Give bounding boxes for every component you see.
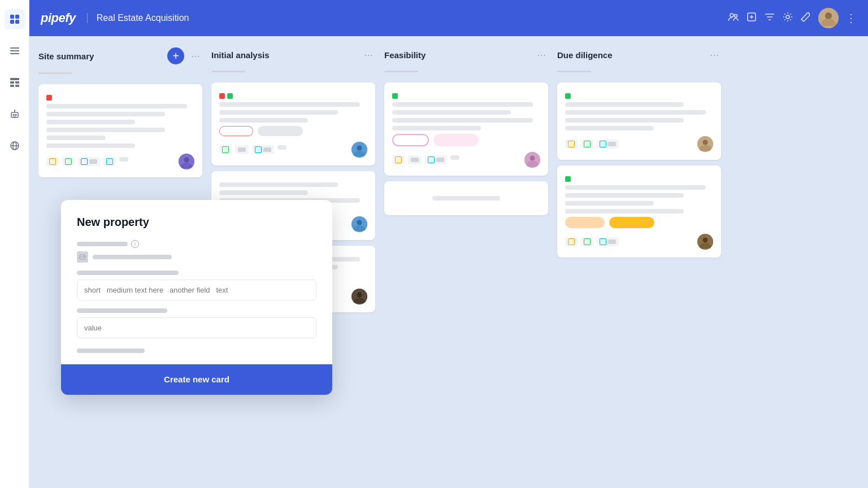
pill-yellow [609,217,654,228]
svg-point-42 [84,256,85,257]
card-pills-row [219,126,367,136]
header-left: pipefy Real Estate Acquisition [41,11,189,25]
card-skel [565,193,684,198]
card-pills-row [392,134,540,146]
badge-icon-3 [600,141,606,147]
column-header-due-diligence: Due diligence ⋯ [557,47,721,63]
column-menu-feasibility[interactable]: ⋯ [535,47,548,63]
column-underline-feasibility [384,71,418,72]
card-footer [392,152,540,168]
field-img-skel [93,255,172,259]
svg-rect-0 [10,15,14,19]
badge-icon-2 [584,238,591,245]
card-footer [219,142,367,158]
svg-point-19 [730,14,734,17]
card-tag-red [219,93,225,99]
badge-1 [565,237,578,246]
svg-rect-7 [10,78,19,80]
card-due-2[interactable] [557,165,721,258]
card-tag-row [219,93,367,99]
svg-point-32 [357,220,362,225]
users-icon[interactable] [728,11,739,25]
card-feasibility-1[interactable] [384,82,548,176]
more-icon[interactable]: ⋮ [845,11,857,25]
svg-point-28 [184,158,189,163]
header-right: ⋮ [728,8,857,28]
column-header-site-summary: Site summary + ⋯ [38,47,202,64]
field1-label-row: i [77,240,316,248]
form-input-1[interactable] [77,280,316,300]
pill-pink-outline [392,134,429,146]
column-menu-site-summary[interactable]: ⋯ [189,49,202,64]
sidebar [0,0,29,488]
card-footer [46,154,194,169]
column-menu-due-diligence[interactable]: ⋯ [708,47,721,63]
column-menu-initial-analysis[interactable]: ⋯ [362,47,375,63]
card-skel [565,126,654,130]
settings-icon[interactable] [782,11,793,25]
card-tag-row [565,176,713,182]
sidebar-item-bot[interactable] [5,104,25,124]
card-skel [392,118,533,123]
import-icon[interactable] [746,11,757,25]
card-badges [565,237,619,246]
user-avatar[interactable] [818,8,839,28]
svg-point-24 [786,15,789,19]
new-card-body: New property i [61,200,332,364]
badge-3 [78,157,100,166]
badge-1 [565,140,578,149]
sidebar-item-list[interactable] [5,41,25,61]
form-input-2[interactable] [77,317,316,338]
badge-icon-1 [222,146,229,153]
badge-count [238,147,246,152]
wrench-icon[interactable] [800,11,811,25]
card-avatar [351,289,367,304]
card-skel [219,182,338,187]
filter-icon[interactable] [764,11,775,25]
create-new-card-btn[interactable]: Create new card [61,364,332,395]
badge-count [411,158,419,162]
card-initial-1[interactable] [211,82,375,165]
card-avatar [351,216,367,232]
badge-icon-1 [568,238,575,245]
column-title-site-summary: Site summary [38,51,163,61]
field1-info-icon[interactable]: i [131,240,139,248]
card-due-1[interactable] [557,82,721,160]
sidebar-item-table[interactable] [5,72,25,93]
sidebar-item-grid[interactable] [5,9,25,29]
svg-rect-3 [15,20,19,24]
new-card-form: New property i [61,200,332,395]
card-feasibility-empty [384,181,548,215]
svg-point-26 [825,12,832,19]
card-skel [46,104,187,108]
svg-point-30 [357,146,362,151]
svg-point-40 [703,238,708,243]
column-feasibility: Feasibility ⋯ [384,47,548,477]
card-avatar [524,152,540,168]
card-skel [392,126,481,130]
field-img-icon [77,251,88,263]
add-card-btn-site-summary[interactable]: + [167,47,184,64]
sidebar-item-globe[interactable] [5,136,25,156]
card-skel [219,102,360,107]
badge-3 [252,145,274,154]
badge-icon-1 [395,156,402,163]
badge-count [608,239,616,244]
pill-red [219,126,253,136]
column-header-initial-analysis: Initial analysis ⋯ [211,47,375,63]
column-title-initial-analysis: Initial analysis [211,50,357,60]
badge-count [436,158,444,162]
badge-2 [235,145,249,154]
card-tag-row [46,95,194,101]
card-skel [565,102,684,107]
field3-label [77,308,167,313]
badge-icon-1 [568,141,575,147]
card-footer [565,136,713,152]
column-underline-site-summary [38,72,72,74]
main-area: pipefy Real Estate Acquisition [29,0,868,488]
card-tag-row [392,93,540,99]
badge-icon-2 [65,158,72,165]
column-due-diligence: Due diligence ⋯ [557,47,721,477]
badge-3 [597,140,619,149]
card-site-summary-1[interactable] [38,84,202,177]
